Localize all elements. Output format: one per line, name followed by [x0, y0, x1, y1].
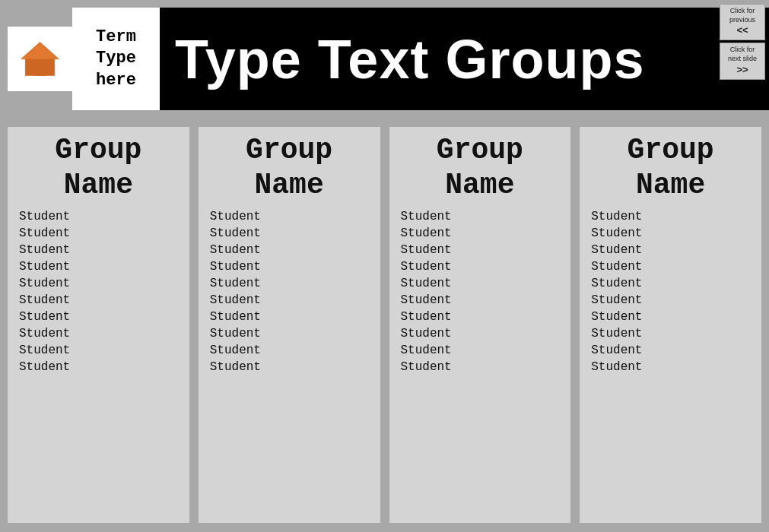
svg-rect-3: [35, 64, 45, 75]
list-item[interactable]: Student: [19, 226, 178, 240]
page-title: Type Text Groups: [175, 28, 644, 90]
list-item[interactable]: Student: [591, 243, 750, 257]
list-item[interactable]: Student: [210, 210, 369, 223]
list-item[interactable]: Student: [401, 293, 560, 307]
group-name-2[interactable]: GroupName: [210, 133, 369, 202]
student-list-4: StudentStudentStudentStudentStudentStude…: [591, 210, 750, 374]
list-item[interactable]: Student: [591, 360, 750, 374]
list-item[interactable]: Student: [210, 277, 369, 290]
list-item[interactable]: Student: [210, 293, 369, 307]
list-item[interactable]: Student: [401, 210, 560, 223]
title-banner: Type Text Groups: [160, 8, 769, 110]
term-type-box[interactable]: TermTypehere: [72, 8, 160, 110]
list-item[interactable]: Student: [19, 260, 178, 274]
prev-arrow: <<: [723, 24, 761, 37]
prev-label: Click for previous: [729, 7, 755, 24]
group-name-4[interactable]: GroupName: [591, 133, 750, 202]
list-item[interactable]: Student: [401, 360, 560, 374]
list-item[interactable]: Student: [401, 310, 560, 324]
list-item[interactable]: Student: [210, 260, 369, 274]
list-item[interactable]: Student: [19, 210, 178, 223]
next-button[interactable]: Click for next slide >>: [720, 43, 765, 79]
list-item[interactable]: Student: [401, 327, 560, 340]
list-item[interactable]: Student: [19, 360, 178, 374]
svg-marker-2: [21, 43, 59, 59]
list-item[interactable]: Student: [591, 277, 750, 290]
list-item[interactable]: Student: [591, 226, 750, 240]
next-arrow: >>: [723, 64, 761, 77]
group-name-1[interactable]: GroupName: [19, 133, 178, 202]
list-item[interactable]: Student: [210, 226, 369, 240]
student-list-3: StudentStudentStudentStudentStudentStude…: [401, 210, 560, 374]
header: TermTypehere Type Text Groups Click for …: [0, 0, 769, 118]
list-item[interactable]: Student: [19, 327, 178, 340]
list-item[interactable]: Student: [591, 210, 750, 223]
list-item[interactable]: Student: [591, 293, 750, 307]
home-icon: [19, 38, 61, 80]
list-item[interactable]: Student: [19, 243, 178, 257]
next-label: Click for next slide: [728, 46, 757, 62]
list-item[interactable]: Student: [19, 277, 178, 290]
group-card-3: GroupNameStudentStudentStudentStudentStu…: [389, 127, 571, 523]
list-item[interactable]: Student: [210, 360, 369, 374]
list-item[interactable]: Student: [591, 260, 750, 274]
student-list-2: StudentStudentStudentStudentStudentStude…: [210, 210, 369, 374]
list-item[interactable]: Student: [591, 344, 750, 357]
list-item[interactable]: Student: [210, 344, 369, 357]
list-item[interactable]: Student: [210, 243, 369, 257]
list-item[interactable]: Student: [210, 310, 369, 324]
list-item[interactable]: Student: [19, 293, 178, 307]
navigation-buttons: Click for previous << Click for next sli…: [720, 4, 765, 80]
list-item[interactable]: Student: [401, 243, 560, 257]
group-name-3[interactable]: GroupName: [401, 133, 560, 202]
term-label: TermTypehere: [96, 27, 136, 92]
home-button[interactable]: [8, 27, 72, 91]
list-item[interactable]: Student: [19, 344, 178, 357]
prev-button[interactable]: Click for previous <<: [720, 4, 765, 40]
list-item[interactable]: Student: [401, 344, 560, 357]
list-item[interactable]: Student: [401, 260, 560, 274]
student-list-1: StudentStudentStudentStudentStudentStude…: [19, 210, 178, 374]
group-card-4: GroupNameStudentStudentStudentStudentStu…: [580, 127, 761, 523]
list-item[interactable]: Student: [210, 327, 369, 340]
list-item[interactable]: Student: [591, 327, 750, 340]
group-card-1: GroupNameStudentStudentStudentStudentStu…: [8, 127, 189, 523]
list-item[interactable]: Student: [591, 310, 750, 324]
groups-section: GroupNameStudentStudentStudentStudentStu…: [0, 118, 769, 532]
list-item[interactable]: Student: [19, 310, 178, 324]
group-card-2: GroupNameStudentStudentStudentStudentStu…: [199, 127, 380, 523]
list-item[interactable]: Student: [401, 277, 560, 290]
list-item[interactable]: Student: [401, 226, 560, 240]
